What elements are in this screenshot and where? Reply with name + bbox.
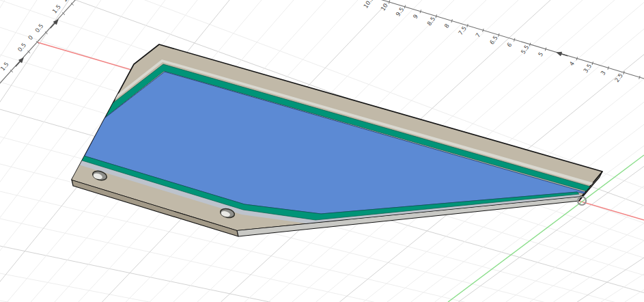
ruler-right-tick xyxy=(420,10,421,13)
ruler-right-tick xyxy=(483,29,484,32)
grid-line-h xyxy=(0,246,644,302)
ruler-right-label: 7 xyxy=(474,32,481,39)
ruler-right-label: 5 xyxy=(537,51,544,57)
ruler-right-tick xyxy=(529,43,530,46)
ruler-right-label: 6 xyxy=(505,41,513,48)
grid-line-v xyxy=(0,0,5,302)
ruler-right-label: 9.5 xyxy=(394,6,405,18)
part-body[interactable] xyxy=(72,44,602,236)
ruler-right-tick xyxy=(624,71,624,74)
ruler-right-tick xyxy=(576,57,577,60)
grid-line-v xyxy=(577,0,644,302)
ruler-right-label: 3 xyxy=(599,70,606,77)
ruler-right-label: 5.5 xyxy=(520,44,531,55)
ruler-left-label: 1.5 xyxy=(0,61,10,72)
ruler-right-tick xyxy=(639,76,640,79)
ruler-right-direction-arrow-icon xyxy=(555,50,568,58)
ruler-left-label: 2 xyxy=(61,0,69,3)
ruler-right-label: 9 xyxy=(412,13,419,20)
grid-line-h xyxy=(0,273,644,302)
grid-line-v xyxy=(530,0,644,302)
ruler-left-label: 0.5 xyxy=(33,23,44,34)
ruler-right-label: 8 xyxy=(443,23,450,29)
ruler-left-label: 0 xyxy=(27,34,34,42)
ruler-right-tick xyxy=(499,33,499,37)
ruler-right-tick xyxy=(404,5,405,9)
ruler-right-label: 10 xyxy=(379,2,389,12)
scene-svg: 1.50.500.51.522.5 10.5109.598.587.576.56… xyxy=(0,0,644,302)
ruler-right-tick xyxy=(608,66,608,70)
ruler-right-label: 3.5 xyxy=(582,63,593,74)
ruler-right-label: 10.5 xyxy=(362,0,375,10)
ruler-right-tick xyxy=(514,38,514,42)
ruler-right-tick xyxy=(592,61,593,65)
grid-line-v xyxy=(553,0,644,302)
ruler-right-label: 8.5 xyxy=(425,16,436,27)
cad-viewport[interactable]: 1.50.500.51.522.5 10.5109.598.587.576.56… xyxy=(0,0,644,302)
ruler-right-tick xyxy=(545,48,546,51)
ruler-left-label: 0.5 xyxy=(16,42,27,53)
ruler-right-label: 6.5 xyxy=(488,34,499,46)
ruler-right-label: 2.5 xyxy=(613,72,624,83)
ruler-left-direction-arrow-icon xyxy=(48,18,60,30)
ruler-right-tick xyxy=(451,19,452,23)
ruler-right-tick xyxy=(467,24,468,27)
